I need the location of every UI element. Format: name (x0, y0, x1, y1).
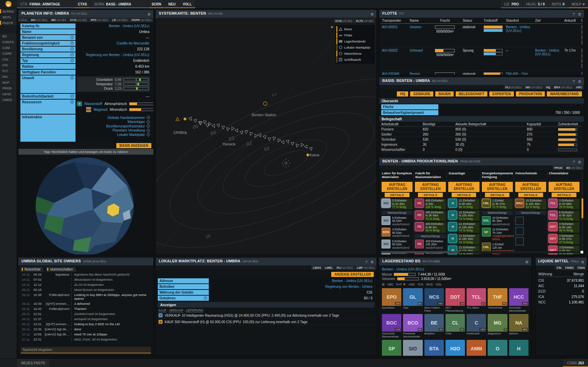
topbar-tab[interactable]: CTXS (74, 0, 90, 8)
material-ticker[interactable]: MGS (86, 107, 91, 112)
info-icon[interactable]: i (70, 100, 74, 104)
material-tile-bco[interactable]: BCO54 (403, 314, 422, 332)
panel-tab[interactable]: LMP UV-351c (355, 265, 376, 270)
map-object-label[interactable]: Benten Station (252, 113, 276, 117)
production-order[interactable]: BOS 4 Einheiten6h 53mwiederholend (382, 228, 413, 238)
ship-command-starten[interactable]: starten (581, 72, 583, 75)
empty-queue-slot[interactable] (516, 237, 524, 245)
sidebar-item-cmds[interactable]: CMDS (0, 97, 17, 103)
production-order[interactable]: SIO 5 Einheiten6h 53mwiederholend (382, 216, 413, 227)
sidebar-item-com[interactable]: COM (0, 45, 17, 51)
ship-command-starten[interactable]: starten (581, 25, 583, 29)
panel-tab[interactable]: FLTS UV-351 (354, 19, 375, 23)
production-order[interactable]: TCL 3 Einheitenin 1h 56m76 % fertig (549, 199, 579, 209)
map-object-label[interactable]: Umbra (173, 130, 187, 135)
ship-transponder-link[interactable]: AVI-00001 (381, 25, 408, 29)
ship-command-entladen[interactable]: entladen (581, 64, 583, 68)
create-order-button[interactable]: AUFTRAGERSTELLEN (448, 182, 479, 192)
material-tile-ddt[interactable]: DDT18 (446, 288, 465, 306)
production-order[interactable]: CBL 1 Einheitin 3h 27m71 % fertig (482, 199, 513, 209)
ship-command-Treibstoff[interactable]: Treibstoff (581, 35, 583, 39)
details-button[interactable]: DETAILS (552, 193, 576, 197)
ads-filter-kauf[interactable]: KAUF (158, 309, 167, 312)
material-tile-epo[interactable]: EPO160 (382, 288, 401, 306)
details-button[interactable]: DETAILS (485, 193, 510, 197)
production-order[interactable]: SOL 24 Einheiten9h 38mwiederholend (482, 216, 513, 227)
production-order[interactable]: PE 400 Einheitenin 8h 2m40 % fertig (415, 222, 446, 233)
panel-tab[interactable]: SYSI UV-351 (334, 19, 354, 23)
ship-location[interactable]: DW-456 - Orm (DW-456g) (505, 72, 534, 75)
sidebar-item-prod[interactable]: PROD (0, 85, 17, 91)
material-tile-cl[interactable]: CL62 (446, 314, 465, 332)
material-tile-amm[interactable]: AMM (467, 340, 486, 356)
ship-name-link[interactable]: Unseen (408, 25, 429, 29)
base-button-hq[interactable]: HQ (397, 91, 408, 97)
production-line-name[interactable]: Gasanlage (448, 171, 480, 181)
material-tile-tcl[interactable]: TCL21 (467, 288, 486, 306)
panel-tab[interactable]: PLI UV-351c (335, 265, 355, 270)
sidebar-item-bs[interactable]: BS (0, 33, 17, 39)
topbar-tab[interactable]: CTX: FIRMA: ARMITAGE (17, 0, 74, 8)
create-order-button[interactable]: AUFTRAGERSTELLEN (482, 182, 513, 192)
panel-tab[interactable]: SYSI UV-351 (68, 18, 89, 22)
production-vertical-scrollbar[interactable] (582, 172, 583, 250)
inventory-location-link[interactable]: Benten - Umbra (UV-351c) (382, 267, 528, 271)
production-order[interactable]: H 21 Einheitenin 10h 49m74 % fertig (448, 211, 479, 221)
help-icon[interactable]: ? (573, 160, 575, 164)
legend-item-lokaler-marktplatz[interactable]: Lokaler Marktplatz (336, 45, 374, 50)
chat-author[interactable]: [QHT] eminen… (43, 302, 71, 305)
show-base-button[interactable]: BASIS ANZEIGEN (116, 143, 151, 148)
material-tile-mg[interactable]: MG5 (488, 314, 507, 332)
chat-input[interactable]: Nachricht eingeben… (21, 347, 151, 353)
material-tile-na[interactable]: NA885 (509, 314, 528, 332)
details-button[interactable]: DETAILS (518, 193, 543, 197)
production-order[interactable]: BRO 15 Einheitenin 22h 45m53 % fertig (515, 199, 546, 209)
production-line-name[interactable]: Labor für komplexe Materialien (381, 171, 413, 181)
info-icon[interactable]: i (70, 94, 74, 98)
material-tile-thf[interactable]: THF40 (488, 288, 507, 306)
production-order[interactable]: DDT 3 Einheitenin 5h 27m47 % fertig (549, 234, 579, 245)
gear-icon[interactable]: ⚙ (147, 12, 151, 17)
infrastructure-link[interactable]: Globale Handelskammer (107, 116, 145, 120)
ship-command-Treibstoff[interactable]: Treibstoff (581, 59, 583, 63)
gear-icon[interactable]: ⚙ (370, 260, 374, 264)
sidebar-item-seitl[interactable]: SEITL (0, 14, 17, 20)
inventory-sort-tck[interactable]: TCK (417, 283, 423, 286)
ship-location[interactable]: Benten - Umbra (UV-351c) (505, 25, 534, 33)
material-ticker[interactable]: H (77, 101, 82, 106)
panel-tab[interactable]: FLT UV-351c (18, 18, 29, 22)
chat-toggle-Nutzerliste[interactable]: Nutzerliste (20, 267, 43, 272)
info-icon[interactable]: i (70, 36, 74, 39)
infrastructure-link[interactable]: Lokaler Marktplatz (117, 133, 145, 137)
production-line-name[interactable]: Energiekomponenten-Fertigung (482, 171, 513, 181)
info-icon[interactable]: i (70, 47, 74, 51)
material-tile-h2o[interactable]: H2O (446, 340, 465, 356)
help-icon[interactable]: ? (365, 260, 367, 264)
chat-author[interactable]: PoliticalyKrect (43, 293, 71, 297)
base-button-produktion[interactable]: PRODUKTION (516, 91, 545, 97)
panel-tab[interactable]: FINIS (576, 265, 587, 270)
panel-tab[interactable]: MS UV-351 (50, 18, 68, 22)
sidebar-item-flt[interactable]: FLT (0, 68, 17, 74)
details-button[interactable]: DETAILS (418, 193, 443, 197)
ship-transponder-link[interactable]: AVI-00002 (381, 49, 408, 52)
material-tile-be[interactable]: BE53 (424, 314, 444, 332)
gear-icon[interactable]: ⚙ (370, 12, 374, 17)
panel-tab[interactable]: ARC (574, 85, 584, 90)
material-tile-c[interactable]: C165 (467, 314, 486, 332)
panel-tab[interactable]: INV UV-351c (524, 85, 544, 90)
info-icon[interactable]: i (147, 129, 150, 132)
sidebar-item-scrns[interactable]: SCRNS (0, 8, 17, 14)
topbar-tab[interactable]: NEU (165, 0, 179, 8)
gear-icon[interactable]: ⚙ (578, 80, 581, 84)
legend-collapse-icon[interactable]: ▶ (331, 25, 334, 29)
legend-item-lagerbest-nde[interactable]: Lagerbestände (336, 38, 374, 44)
ship-destination[interactable]: Benten - Umbra (UV-351c) (534, 49, 563, 56)
create-order-button[interactable]: AUFTRAGERSTELLEN (549, 182, 579, 192)
material-tile-gl[interactable]: GL80 (403, 288, 422, 306)
details-button[interactable]: DETAILS (385, 193, 409, 197)
legend-item-flotte[interactable]: Flotte (336, 32, 374, 38)
production-line-name[interactable]: Fabrik für Basismaterialien (415, 171, 446, 181)
map-object-label[interactable]: Yannick (222, 142, 235, 146)
material-tile-h[interactable]: H (509, 340, 528, 356)
